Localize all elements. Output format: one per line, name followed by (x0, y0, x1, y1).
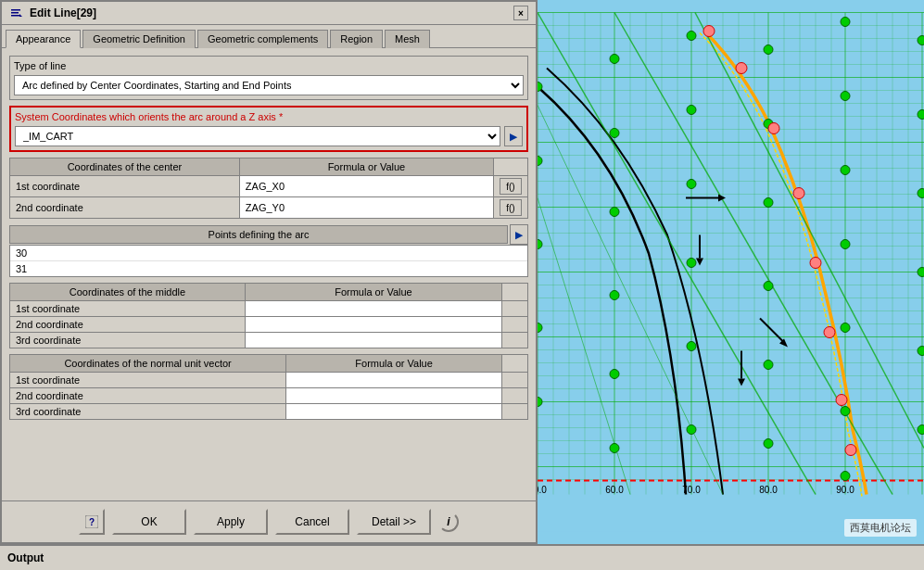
normal-coords-table: Coordinates of the normal unit vector Fo… (9, 354, 528, 420)
svg-point-82 (610, 129, 619, 138)
middle-3rd-formula (245, 333, 501, 348)
svg-point-85 (610, 370, 619, 379)
system-coords-label: System Coordinates which orients the arc… (15, 111, 523, 122)
detail-button[interactable]: Detail >> (357, 509, 431, 535)
normal-2nd-input[interactable] (292, 390, 496, 401)
cancel-button[interactable]: Cancel (275, 509, 349, 535)
svg-point-111 (918, 425, 924, 435)
type-of-line-label: Type of line (14, 60, 524, 71)
system-coords-arrow-btn[interactable]: ▶ (504, 126, 523, 146)
help-icon-btn[interactable]: ? (79, 509, 105, 535)
canvas-svg: 50.0 60.0 70.0 80.0 90.0 (538, 0, 924, 544)
formula-header-1: Formula or Value (239, 158, 493, 176)
svg-point-103 (841, 323, 850, 333)
svg-point-84 (610, 291, 619, 300)
svg-point-99 (841, 18, 850, 27)
normal-1st-label: 1st coordinate (10, 373, 286, 388)
svg-text:60.0: 60.0 (605, 485, 624, 495)
list-item[interactable]: 30 (10, 246, 527, 261)
tab-appearance[interactable]: Appearance (6, 30, 81, 48)
svg-point-88 (687, 106, 696, 115)
normal-coords-container: Coordinates of the normal unit vector Fo… (9, 354, 528, 420)
table-row: 2nd coordinate (10, 317, 528, 333)
svg-point-98 (764, 439, 773, 449)
type-of-line-select[interactable]: Arc defined by Center Coordinates, Start… (14, 75, 524, 95)
svg-rect-0 (11, 9, 20, 11)
svg-text:90.0: 90.0 (836, 485, 854, 495)
svg-point-107 (918, 110, 924, 120)
normal-3rd-input[interactable] (292, 406, 496, 417)
points-header-row: Points defining the arc ▶ (9, 224, 528, 245)
title-bar-left: Edit Line[29] (9, 6, 96, 20)
table-row: 3rd coordinate (10, 404, 528, 420)
normal-coords-header: Coordinates of the normal unit vector (10, 355, 286, 373)
formula-header-2: Formula or Value (245, 284, 501, 301)
middle-2nd-input[interactable] (251, 319, 496, 330)
svg-text:70.0: 70.0 (682, 485, 701, 495)
points-arrow-btn[interactable]: ▶ (510, 224, 528, 245)
tab-mesh[interactable]: Mesh (385, 30, 430, 48)
svg-point-113 (736, 63, 747, 74)
svg-point-91 (687, 342, 696, 351)
canvas-area: 50.0 60.0 70.0 80.0 90.0 西莫电机论坛 (538, 0, 924, 544)
center-2nd-label: 2nd coordinate (10, 197, 240, 219)
svg-point-110 (918, 347, 924, 356)
middle-2nd-label: 2nd coordinate (10, 317, 246, 333)
edit-line-icon (9, 6, 24, 20)
svg-point-87 (687, 32, 696, 41)
svg-point-108 (918, 189, 924, 198)
svg-point-93 (764, 45, 773, 55)
middle-coords-header: Coordinates of the middle (10, 284, 246, 301)
formula-header-3: Formula or Value (286, 355, 502, 373)
center-1st-fx-btn[interactable]: f() (500, 178, 522, 195)
tab-region[interactable]: Region (330, 30, 383, 48)
center-2nd-formula (239, 197, 493, 219)
table-row: 1st coordinate f() (10, 176, 528, 197)
output-label: Output (7, 551, 44, 564)
system-coords-row: _IM_CART ▶ (15, 126, 523, 146)
center-1st-input[interactable] (246, 181, 487, 192)
dialog-content: Type of line Arc defined by Center Coord… (2, 48, 536, 500)
normal-2nd-label: 2nd coordinate (10, 388, 286, 404)
tab-geometric-definition[interactable]: Geometric Definition (82, 30, 196, 48)
ok-button[interactable]: OK (112, 509, 186, 535)
button-row: ? OK Apply Cancel Detail >> i (2, 500, 536, 542)
svg-point-101 (841, 166, 850, 175)
type-of-line-row: Arc defined by Center Coordinates, Start… (14, 75, 524, 95)
svg-text:50.0: 50.0 (538, 485, 547, 495)
table-row: 2nd coordinate (10, 388, 528, 404)
center-2nd-fx-btn[interactable]: f() (500, 199, 522, 216)
svg-point-96 (764, 282, 773, 291)
svg-point-83 (610, 208, 619, 217)
system-coords-select[interactable]: _IM_CART (15, 126, 500, 146)
svg-point-104 (841, 407, 850, 416)
middle-1st-input[interactable] (251, 303, 496, 314)
list-item[interactable]: 31 (10, 261, 527, 276)
middle-1st-formula (245, 301, 501, 317)
normal-1st-input[interactable] (292, 374, 496, 386)
center-coords-container: Coordinates of the center Formula or Val… (9, 158, 528, 219)
center-2nd-input[interactable] (246, 202, 487, 213)
close-button[interactable]: × (513, 6, 528, 20)
svg-point-112 (703, 26, 715, 37)
svg-point-115 (793, 188, 804, 199)
middle-2nd-formula (245, 317, 501, 333)
svg-point-119 (845, 445, 856, 456)
svg-point-86 (610, 444, 619, 453)
main-container: Edit Line[29] × Appearance Geometric Def… (0, 0, 924, 544)
svg-point-90 (687, 259, 696, 268)
middle-3rd-input[interactable] (251, 335, 496, 346)
info-icon-btn[interactable]: i (438, 512, 459, 532)
apply-button[interactable]: Apply (194, 509, 268, 535)
svg-point-116 (810, 258, 821, 269)
middle-1st-label: 1st coordinate (10, 301, 246, 317)
svg-point-100 (841, 92, 850, 101)
tab-geometric-complements[interactable]: Geometric complements (197, 30, 328, 48)
middle-3rd-label: 3rd coordinate (10, 333, 246, 348)
normal-3rd-formula (286, 404, 502, 420)
table-row: 2nd coordinate f() (10, 197, 528, 219)
dialog-panel: Edit Line[29] × Appearance Geometric Def… (0, 0, 538, 544)
watermark: 西莫电机论坛 (844, 519, 917, 537)
normal-2nd-formula (286, 388, 502, 404)
svg-point-102 (841, 240, 850, 249)
